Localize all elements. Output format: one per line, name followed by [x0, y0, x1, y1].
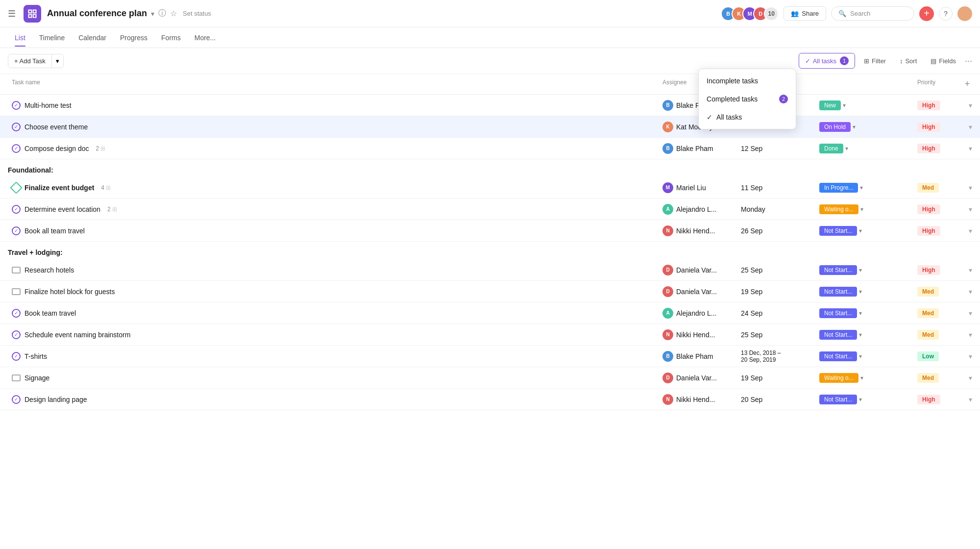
status-chevron-icon[interactable]: ▾	[859, 396, 862, 403]
priority-cell: High	[913, 142, 962, 155]
task-checkbox[interactable]	[10, 181, 22, 194]
status-chevron-icon[interactable]: ▾	[860, 374, 863, 381]
task-checkbox[interactable]	[12, 374, 21, 381]
task-checkbox[interactable]: ✓	[12, 395, 21, 404]
status-chevron-icon[interactable]: ▾	[859, 353, 862, 360]
filter-icon: ⊞	[864, 57, 869, 65]
priority-cell: Med	[913, 371, 962, 385]
task-name-cell: ✓ Compose design doc 2 ⊞	[8, 142, 659, 155]
dropdown-item-completed[interactable]: Completed tasks 2	[699, 90, 796, 108]
row-expand-icon[interactable]: ▾	[969, 352, 972, 360]
topbar: ☰ Annual conference plan ▾ ⓘ ☆ Set statu…	[0, 0, 980, 27]
set-status[interactable]: Set status	[183, 10, 211, 17]
tab-timeline[interactable]: Timeline	[32, 29, 72, 47]
status-chevron-icon[interactable]: ▾	[859, 227, 862, 234]
status-chevron-icon[interactable]: ▾	[845, 145, 848, 152]
tab-progress[interactable]: Progress	[113, 29, 154, 47]
section-header-travel: Travel + lodging:	[0, 242, 980, 259]
add-task-chevron-button[interactable]: ▾	[52, 54, 63, 68]
row-expand-icon[interactable]: ▾	[969, 374, 972, 382]
status-chevron-icon[interactable]: ▾	[843, 102, 846, 109]
assignee-name: Alejandro L...	[676, 309, 717, 317]
status-chevron-icon[interactable]: ▾	[860, 184, 863, 191]
row-expand-icon[interactable]: ▾	[969, 396, 972, 403]
task-label: Finalize event budget	[24, 184, 94, 192]
filter-button[interactable]: ⊞ Filter	[859, 54, 891, 68]
row-expand-icon[interactable]: ▾	[969, 331, 972, 339]
tab-more[interactable]: More...	[188, 29, 223, 47]
more-button[interactable]: ···	[965, 56, 972, 66]
sort-button[interactable]: ↕ Sort	[895, 54, 922, 68]
add-button[interactable]: +	[919, 6, 934, 21]
assignee-name: Daniela Var...	[676, 266, 717, 274]
row-expand-icon[interactable]: ▾	[969, 145, 972, 152]
status-badge: New	[819, 100, 841, 110]
status-chevron-icon[interactable]: ▾	[860, 206, 863, 213]
fields-button[interactable]: ▤ Fields	[926, 54, 961, 68]
all-tasks-button[interactable]: ✓ All tasks 1	[799, 53, 855, 69]
section-header-foundational: Foundational:	[0, 159, 980, 177]
row-expand-icon[interactable]: ▾	[969, 205, 972, 213]
task-checkbox[interactable]: ✓	[12, 123, 21, 131]
status-chevron-icon[interactable]: ▾	[859, 288, 862, 295]
status-cell: Not Start... ▾	[815, 328, 913, 342]
assignee-avatar: N	[662, 225, 673, 236]
add-task-group: + Add Task ▾	[8, 54, 64, 68]
search-box[interactable]: 🔍 Search	[831, 6, 914, 21]
status-chevron-icon[interactable]: ▾	[859, 310, 862, 317]
task-checkbox[interactable]: ✓	[12, 309, 21, 318]
priority-cell: Med	[913, 181, 962, 195]
status-chevron-icon[interactable]: ▾	[859, 331, 862, 338]
title-chevron-icon[interactable]: ▾	[151, 10, 154, 18]
status-cell: Waiting o... ▾	[815, 202, 913, 216]
assignee-name: Nikki Hend...	[676, 396, 715, 403]
row-expand-icon[interactable]: ▾	[969, 309, 972, 317]
assignee-avatar: N	[662, 329, 673, 340]
row-expand-icon[interactable]: ▾	[969, 266, 972, 274]
assignee-avatar: B	[662, 100, 673, 111]
star-icon[interactable]: ☆	[170, 9, 177, 18]
task-checkbox[interactable]: ✓	[12, 226, 21, 235]
assignee-avatar: D	[662, 265, 673, 275]
status-cell: Not Start... ▾	[815, 224, 913, 238]
th-priority: Priority	[913, 74, 962, 94]
tab-list[interactable]: List	[8, 29, 32, 47]
status-cell: Waiting o... ▾	[815, 371, 913, 385]
help-button[interactable]: ?	[939, 7, 953, 21]
priority-badge: High	[917, 122, 940, 132]
tab-calendar[interactable]: Calendar	[72, 29, 113, 47]
subnav: List Timeline Calendar Progress Forms Mo…	[0, 27, 980, 48]
add-task-button[interactable]: + Add Task	[8, 54, 52, 68]
dropdown-item-all[interactable]: ✓ All tasks	[699, 108, 796, 126]
task-checkbox[interactable]: ✓	[12, 352, 21, 361]
status-cell: Not Start... ▾	[815, 285, 913, 299]
th-task-name: Task name	[8, 74, 659, 94]
row-expand-icon[interactable]: ▾	[969, 288, 972, 296]
row-expand-icon[interactable]: ▾	[969, 101, 972, 109]
status-chevron-icon[interactable]: ▾	[859, 267, 862, 274]
info-icon[interactable]: ⓘ	[158, 8, 166, 19]
search-icon: 🔍	[838, 10, 846, 17]
assignee-name: Nikki Hend...	[676, 227, 715, 235]
assignee-name: Daniela Var...	[676, 288, 717, 296]
assignee-avatar: D	[662, 286, 673, 297]
user-avatar[interactable]	[957, 6, 972, 21]
task-checkbox[interactable]: ✓	[12, 144, 21, 153]
task-name-cell: ✓ T-shirts	[8, 350, 659, 363]
row-expand-icon[interactable]: ▾	[969, 184, 972, 192]
task-checkbox[interactable]: ✓	[12, 205, 21, 214]
task-checkbox[interactable]	[12, 267, 21, 274]
task-name-cell: ✓ Determine event location 2 ⊞	[8, 203, 659, 216]
tab-forms[interactable]: Forms	[154, 29, 188, 47]
row-expand-icon[interactable]: ▾	[969, 227, 972, 235]
status-chevron-icon[interactable]: ▾	[853, 124, 856, 130]
row-expand-icon[interactable]: ▾	[969, 123, 972, 131]
task-checkbox[interactable]: ✓	[12, 330, 21, 339]
task-checkbox[interactable]: ✓	[12, 101, 21, 110]
task-checkbox[interactable]	[12, 288, 21, 295]
dropdown-item-incomplete[interactable]: Incomplete tasks	[699, 72, 796, 90]
share-button[interactable]: 👥 Share	[784, 6, 826, 21]
menu-icon[interactable]: ☰	[8, 8, 16, 19]
task-name-cell: ✓ Choose event theme	[8, 121, 659, 133]
th-add-column[interactable]: +	[962, 74, 972, 94]
